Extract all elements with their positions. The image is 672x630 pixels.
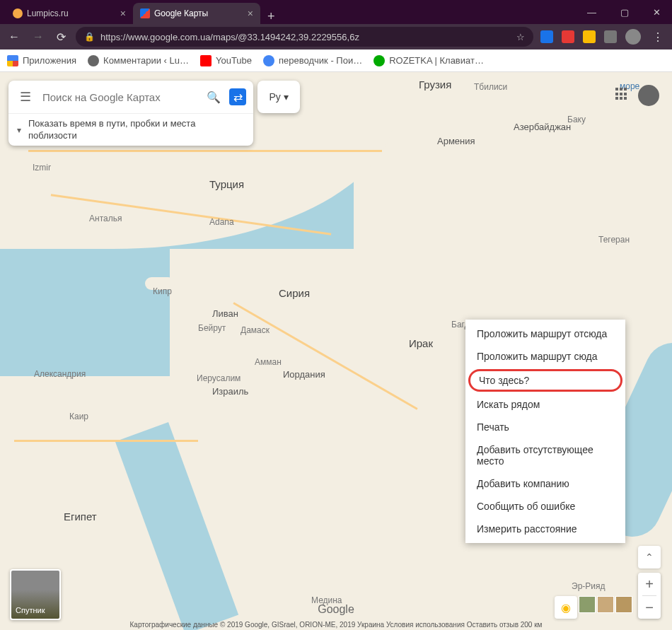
- map-canvas[interactable]: Грузия Армения Турция Сирия Ливан Израил…: [0, 72, 672, 630]
- address-bar[interactable]: 🔒 https://www.google.com.ua/maps/@33.149…: [76, 27, 533, 47]
- new-tab-button[interactable]: +: [260, 9, 282, 24]
- language-selector[interactable]: Ру ▾: [257, 81, 300, 113]
- country-label: Ливан: [212, 308, 238, 319]
- bookmark-item[interactable]: YouTube: [200, 55, 252, 66]
- forward-button: →: [30, 28, 47, 46]
- menu-button[interactable]: ⋮: [649, 28, 666, 47]
- directions-button[interactable]: ⇄: [229, 88, 246, 105]
- close-icon[interactable]: ×: [248, 8, 253, 19]
- country-label: Грузия: [419, 78, 451, 91]
- ctx-report[interactable]: Сообщить об ошибке: [465, 495, 625, 518]
- star-icon[interactable]: ☆: [516, 32, 525, 42]
- layer-thumb[interactable]: [579, 596, 596, 613]
- map-attribution: Картографические данные © 2019 Google, G…: [130, 621, 543, 629]
- satellite-label: Спутник: [16, 606, 45, 614]
- reload-button[interactable]: ⟳: [54, 28, 69, 47]
- apps-bookmark[interactable]: Приложения: [7, 55, 76, 66]
- bookmark-item[interactable]: переводчик - Пои…: [263, 55, 362, 66]
- extension-icon[interactable]: [540, 30, 553, 43]
- google-logo: Google: [318, 603, 354, 616]
- tab-title: Lumpics.ru: [27, 8, 69, 18]
- account-avatar[interactable]: [638, 85, 659, 106]
- url-text: https://www.google.com.ua/maps/@33.14942…: [100, 32, 359, 42]
- country-label: Сирия: [279, 287, 310, 299]
- apps-icon: [7, 55, 18, 66]
- maximize-button[interactable]: ▢: [615, 4, 635, 21]
- city-label: Эр-Рияд: [572, 581, 606, 591]
- ctx-search-nearby[interactable]: Искать рядом: [465, 393, 625, 416]
- city-label: Амман: [255, 357, 282, 367]
- city-label: Каир: [69, 412, 88, 421]
- favicon-icon: [88, 55, 99, 66]
- zoom-in-button[interactable]: +: [638, 573, 661, 595]
- city-label: Анталья: [89, 214, 122, 223]
- layer-thumb[interactable]: [615, 596, 632, 613]
- search-info-text: Показать время в пути, пробки и места по…: [28, 118, 245, 142]
- country-label: Иордания: [283, 369, 325, 380]
- minimize-button[interactable]: —: [581, 4, 602, 21]
- favicon-icon: [13, 8, 23, 18]
- bookmark-item[interactable]: ROZETKA | Клавиат…: [373, 55, 484, 66]
- city-label: Баку: [567, 115, 586, 124]
- extension-icon[interactable]: [604, 30, 617, 43]
- close-window-button[interactable]: ✕: [647, 4, 666, 21]
- city-label: Adana: [209, 217, 234, 227]
- ctx-add-place[interactable]: Добавить отсутствующее место: [465, 438, 625, 472]
- favicon-icon: [140, 8, 150, 18]
- country-label: Азербайджан: [514, 122, 571, 132]
- zoom-control: + −: [638, 573, 661, 619]
- google-apps-button[interactable]: [615, 88, 628, 100]
- ctx-measure[interactable]: Измерить расстояние: [465, 518, 625, 540]
- google-icon: [263, 55, 274, 66]
- expand-button[interactable]: ⌃: [638, 546, 661, 568]
- city-label: Тбилиси: [474, 82, 507, 92]
- search-icon[interactable]: 🔍: [201, 91, 226, 104]
- country-label: Ирак: [409, 337, 433, 349]
- context-menu: Проложить маршрут отсюда Проложить маршр…: [465, 320, 625, 543]
- city-label: Тегеран: [598, 235, 630, 245]
- country-label: Израиль: [212, 386, 248, 397]
- city-label: Иерусалим: [197, 373, 241, 383]
- satellite-toggle[interactable]: Спутник: [10, 569, 61, 620]
- search-panel: ☰ 🔍 ⇄ ▾ Показать время в пути, пробки и …: [8, 81, 253, 146]
- zoom-out-button[interactable]: −: [638, 596, 661, 619]
- browser-tab[interactable]: Lumpics.ru ×: [6, 3, 133, 24]
- chevron-down-icon: ▾: [17, 125, 21, 135]
- close-icon[interactable]: ×: [120, 8, 126, 19]
- city-label: Izmir: [33, 163, 51, 173]
- country-label: Египет: [64, 511, 97, 523]
- ctx-route-from[interactable]: Проложить маршрут отсюда: [465, 322, 625, 345]
- pegman-icon[interactable]: ◉: [555, 596, 577, 619]
- extension-icon[interactable]: [583, 30, 596, 43]
- hamburger-menu[interactable]: ☰: [13, 89, 38, 105]
- city-label: Дамаск: [241, 325, 270, 335]
- tab-title: Google Карты: [154, 8, 208, 18]
- country-label: Турция: [209, 178, 244, 190]
- profile-avatar[interactable]: [625, 29, 641, 45]
- layer-thumb[interactable]: [597, 596, 614, 613]
- caret-down-icon: ▾: [284, 91, 289, 103]
- browser-tab-active[interactable]: Google Карты ×: [133, 3, 260, 24]
- country-label: Армения: [437, 136, 475, 146]
- bookmark-item[interactable]: Комментарии ‹ Lu…: [88, 55, 189, 66]
- ctx-add-business[interactable]: Добавить компанию: [465, 472, 625, 495]
- travel-info-row[interactable]: ▾ Показать время в пути, пробки и места …: [8, 113, 253, 146]
- city-label: Кипр: [153, 286, 172, 296]
- search-input[interactable]: [38, 91, 201, 103]
- back-button[interactable]: ←: [6, 28, 23, 46]
- rozetka-icon: [373, 55, 385, 66]
- ctx-route-to[interactable]: Проложить маршрут сюда: [465, 345, 625, 368]
- extension-icon[interactable]: [562, 30, 574, 43]
- ctx-whats-here[interactable]: Что здесь?: [468, 369, 622, 392]
- city-label: Александрия: [34, 369, 86, 379]
- ctx-print[interactable]: Печать: [465, 416, 625, 438]
- lock-icon: 🔒: [84, 32, 95, 42]
- youtube-icon: [200, 55, 212, 66]
- city-label: Бейрут: [198, 323, 226, 333]
